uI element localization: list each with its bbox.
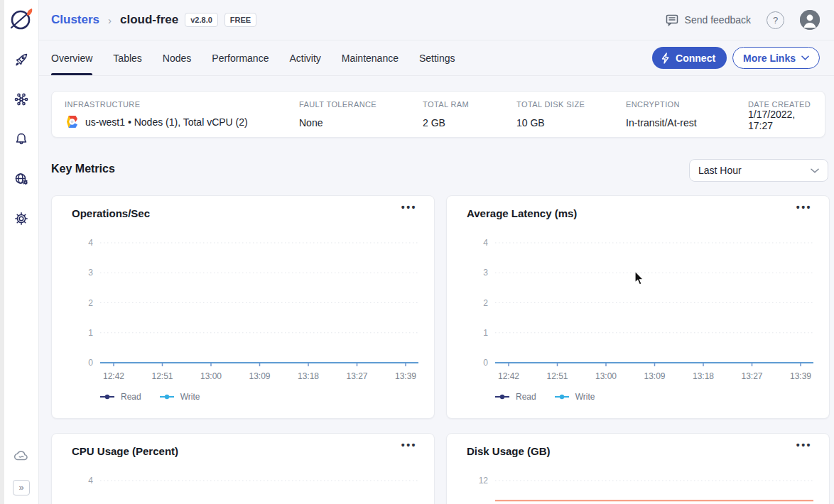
- svg-text:2: 2: [88, 298, 93, 308]
- send-feedback-button[interactable]: Send feedback: [665, 13, 751, 27]
- svg-text:13:09: 13:09: [644, 371, 665, 381]
- svg-text:12:51: 12:51: [546, 371, 568, 381]
- svg-text:4: 4: [483, 238, 488, 248]
- tab-actions: Connect More Links: [652, 47, 820, 69]
- svg-text:12:51: 12:51: [151, 371, 173, 381]
- user-avatar[interactable]: [800, 10, 820, 30]
- legend-item-read[interactable]: Read: [495, 392, 536, 402]
- svg-text:13:00: 13:00: [200, 371, 222, 381]
- tabs-row: Overview Tables Nodes Performance Activi…: [39, 40, 834, 76]
- svg-text:13:18: 13:18: [693, 371, 714, 381]
- svg-text:12: 12: [479, 476, 489, 486]
- tab-tables[interactable]: Tables: [113, 40, 141, 75]
- info-label: TOTAL RAM: [423, 100, 516, 109]
- chart-legend: ReadWrite: [100, 392, 200, 402]
- chart-card-disk: Disk Usage (GB) ••• 12: [446, 433, 830, 504]
- svg-text:3: 3: [483, 268, 488, 278]
- date-created-value: 1/17/2022, 17:27: [748, 109, 812, 131]
- svg-text:12:42: 12:42: [103, 371, 124, 381]
- fault-tolerance-value: None: [299, 117, 423, 128]
- chevron-down-icon: [801, 55, 809, 60]
- svg-text:13:39: 13:39: [395, 371, 416, 381]
- legend-label: Write: [575, 392, 595, 402]
- cloud-icon[interactable]: [13, 447, 30, 464]
- app-logo-icon[interactable]: [8, 6, 35, 33]
- chart-card-cpu: CPU Usage (Percent) ••• 4: [51, 433, 435, 504]
- breadcrumb-separator: ›: [108, 14, 112, 26]
- legend-marker-icon: [495, 394, 509, 400]
- svg-text:1: 1: [483, 328, 488, 338]
- version-badge: v2.8.0: [185, 13, 218, 27]
- svg-text:4: 4: [88, 476, 93, 486]
- svg-text:13:39: 13:39: [790, 371, 811, 381]
- svg-text:1: 1: [88, 328, 93, 338]
- chart-plot: 12: [447, 434, 830, 504]
- sidebar-expand-button[interactable]: »: [13, 480, 30, 495]
- sidebar-bottom: »: [13, 447, 30, 504]
- regions-globe-gear-icon[interactable]: [13, 170, 30, 187]
- tab-activity[interactable]: Activity: [289, 40, 320, 75]
- legend-item-write[interactable]: Write: [555, 392, 595, 402]
- info-label: DATE CREATED: [748, 100, 812, 109]
- svg-text:4: 4: [88, 238, 93, 248]
- legend-item-write[interactable]: Write: [160, 392, 200, 402]
- chart-plot: 0123412:4212:5113:0013:0913:1813:2713:39: [447, 196, 830, 420]
- time-range-value: Last Hour: [698, 165, 742, 176]
- chevron-down-icon: [811, 168, 819, 173]
- time-range-select[interactable]: Last Hour: [689, 159, 828, 182]
- legend-marker-icon: [160, 394, 174, 400]
- send-feedback-label: Send feedback: [685, 14, 751, 26]
- gcp-logo-icon: [65, 115, 80, 128]
- network-cluster-icon[interactable]: [13, 91, 30, 108]
- tab-maintenance[interactable]: Maintenance: [342, 40, 399, 75]
- legend-marker-icon: [555, 394, 569, 400]
- page-header: Clusters › cloud-free v2.8.0 FREE Send f…: [39, 0, 834, 40]
- total-ram-value: 2 GB: [423, 117, 516, 128]
- svg-text:0: 0: [88, 358, 93, 368]
- tab-overview[interactable]: Overview: [51, 40, 92, 75]
- chart-legend: ReadWrite: [495, 392, 595, 402]
- connect-button[interactable]: Connect: [652, 47, 727, 69]
- legend-item-read[interactable]: Read: [100, 392, 141, 402]
- tab-settings[interactable]: Settings: [419, 40, 455, 75]
- more-links-button[interactable]: More Links: [732, 47, 820, 69]
- total-disk-value: 10 GB: [516, 117, 626, 128]
- settings-gear-icon[interactable]: [13, 210, 30, 227]
- legend-label: Write: [180, 392, 200, 402]
- sidebar-nav: [13, 51, 30, 227]
- main-area: Clusters › cloud-free v2.8.0 FREE Send f…: [39, 0, 834, 504]
- plan-badge: FREE: [224, 13, 256, 27]
- tab-performance[interactable]: Performance: [212, 40, 269, 75]
- encryption-value: In-transit/At-rest: [626, 117, 748, 128]
- legend-marker-icon: [100, 394, 114, 400]
- legend-label: Read: [516, 392, 536, 402]
- help-icon[interactable]: ?: [767, 11, 784, 29]
- key-metrics-heading: Key Metrics: [51, 163, 115, 175]
- chart-plot: 4: [52, 434, 435, 504]
- lightning-bolt-icon: [661, 53, 671, 64]
- header-right: Send feedback ?: [665, 10, 820, 30]
- svg-text:12:42: 12:42: [498, 371, 519, 381]
- svg-text:3: 3: [88, 268, 93, 278]
- cluster-name: cloud-free: [120, 13, 178, 27]
- chart-card-operations: Operations/Sec ••• 0123412:4212:5113:001…: [51, 195, 435, 419]
- alerts-bell-icon[interactable]: [13, 131, 30, 148]
- info-label: TOTAL DISK SIZE: [516, 100, 626, 109]
- svg-text:13:27: 13:27: [346, 371, 367, 381]
- svg-text:13:09: 13:09: [249, 371, 270, 381]
- cluster-info-bar: INFRASTRUCTURE us-west1 • Nodes (1), Tot…: [51, 91, 825, 138]
- chart-card-latency: Average Latency (ms) ••• 0123412:4212:51…: [446, 195, 830, 419]
- svg-text:2: 2: [483, 298, 488, 308]
- legend-label: Read: [121, 392, 141, 402]
- svg-text:13:18: 13:18: [298, 371, 319, 381]
- info-label: FAULT TOLERANCE: [299, 100, 423, 109]
- chart-plot: 0123412:4212:5113:0013:0913:1813:2713:39: [52, 196, 435, 420]
- tab-bar: Overview Tables Nodes Performance Activi…: [51, 40, 455, 75]
- sidebar: »: [4, 0, 39, 504]
- breadcrumb-clusters-link[interactable]: Clusters: [51, 13, 99, 27]
- clusters-rocket-icon[interactable]: [13, 51, 30, 68]
- info-label: ENCRYPTION: [626, 100, 748, 109]
- feedback-bubble-icon: [665, 13, 679, 27]
- info-label: INFRASTRUCTURE: [65, 100, 299, 109]
- tab-nodes[interactable]: Nodes: [163, 40, 191, 75]
